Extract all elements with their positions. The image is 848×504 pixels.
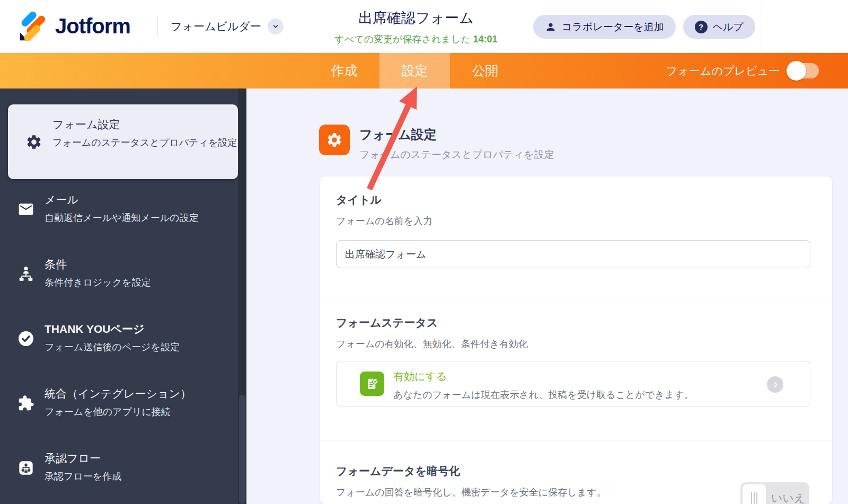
add-collaborator-button[interactable]: コラボレーターを追加: [533, 15, 676, 39]
sidebar-item-subtitle: 承認フローを作成: [45, 470, 230, 484]
encryption-toggle-value: いいえ: [771, 491, 805, 504]
sidebar-item-form-settings[interactable]: フォーム設定 フォームのステータスとプロパティを設定: [8, 104, 238, 179]
sidebar-item-emails[interactable]: メール 自動返信メールや通知メールの設定: [0, 191, 238, 228]
sidebar-item-thank-you[interactable]: THANK YOUページ フォーム送信後のページを設定: [0, 320, 238, 357]
product-label: フォームビルダー: [171, 19, 261, 34]
autosave-status-text: すべての変更が保存されました: [334, 34, 470, 45]
tab-build[interactable]: 作成: [309, 53, 379, 89]
chevron-right-icon[interactable]: [767, 376, 783, 393]
title-section-description: フォームの名前を入力: [336, 215, 811, 227]
builder-tabs: 作成 設定 公開: [309, 53, 520, 89]
header-divider: [157, 16, 158, 37]
puzzle-icon: [17, 395, 34, 412]
add-collaborator-label: コラボレーターを追加: [562, 20, 664, 34]
tab-publish[interactable]: 公開: [450, 53, 520, 89]
settings-sidebar: フォーム設定 フォームのステータスとプロパティを設定 メール 自動返信メールや通…: [0, 89, 246, 504]
help-label: ヘルプ: [713, 20, 744, 34]
form-status-selector[interactable]: 有効にする あなたのフォームは現在表示され、投稿を受け取ることができます。: [336, 361, 810, 406]
form-status-description: フォームの有効化、無効化、条件付き有効化: [336, 338, 811, 350]
page-header: フォーム設定 フォームのステータスとプロパティを設定: [319, 125, 554, 162]
approval-flow-icon: [17, 459, 34, 476]
sidebar-item-conditions[interactable]: 条件 条件付きロジックを設定: [0, 255, 238, 293]
help-button[interactable]: ? ヘルプ: [683, 15, 755, 39]
sidebar-item-title: フォーム設定: [52, 117, 238, 132]
autosave-time: 14:01: [473, 34, 498, 45]
app-header: Jotform フォームビルダー 出席確認フォーム すべての変更が保存されました…: [0, 0, 848, 53]
builder-navbar: 作成 設定 公開 フォームのプレビュー: [0, 53, 848, 89]
sidebar-item-approval-flows[interactable]: 承認フロー 承認フローを作成: [0, 449, 238, 487]
encryption-description: フォームの回答を暗号化し、機密データを安全に保存します。: [336, 486, 811, 499]
settings-content: フォーム設定 フォームのステータスとプロパティを設定 タイトル フォームの名前を…: [246, 89, 848, 504]
form-status-section: フォームステータス フォームの有効化、無効化、条件付き有効化 有効にする あなた: [320, 297, 832, 440]
check-circle-icon: [17, 330, 34, 347]
encryption-heading: フォームデータを暗号化: [336, 464, 811, 479]
page-subtitle: フォームのステータスとプロパティを設定: [359, 148, 554, 162]
sidebar-item-subtitle: 条件付きロジックを設定: [45, 276, 230, 290]
page-title: フォーム設定: [359, 126, 554, 143]
sidebar-scrollbar-track[interactable]: [238, 89, 246, 504]
sidebar-item-subtitle: フォーム送信後のページを設定: [45, 340, 230, 355]
title-section: タイトル フォームの名前を入力: [320, 176, 832, 297]
title-section-heading: タイトル: [336, 192, 811, 207]
sidebar-item-title: 統合（インテグレーション）: [45, 386, 230, 401]
toggle-knob: [787, 61, 806, 81]
toggle-grip-icon: [743, 484, 766, 504]
form-settings-card: タイトル フォームの名前を入力 フォームステータス フォームの有効化、無効化、条…: [320, 176, 832, 504]
mail-icon: [17, 201, 34, 218]
sidebar-item-subtitle: フォームを他のアプリに接続: [45, 405, 230, 420]
sidebar-item-title: THANK YOUページ: [45, 322, 230, 337]
gear-icon: [319, 125, 350, 155]
sidebar-item-integrations[interactable]: 統合（インテグレーション） フォームを他のアプリに接続: [0, 385, 238, 422]
jotform-logo-text: Jotform: [55, 14, 130, 38]
sidebar-item-title: 承認フロー: [45, 451, 230, 466]
jotform-form-builder-screen: Jotform フォームビルダー 出席確認フォーム すべての変更が保存されました…: [0, 0, 848, 504]
form-enabled-icon: [360, 372, 384, 396]
conditions-icon: [17, 266, 34, 282]
form-preview-label: フォームのプレビュー: [666, 64, 780, 78]
question-icon: ?: [695, 21, 708, 33]
sidebar-item-title: メール: [45, 192, 230, 207]
person-icon: [545, 21, 556, 33]
sidebar-item-subtitle: フォームのステータスとプロパティを設定: [52, 136, 238, 151]
sidebar-item-subtitle: 自動返信メールや通知メールの設定: [45, 211, 230, 226]
gear-icon: [25, 134, 42, 151]
jotform-logo-icon: [15, 10, 48, 42]
form-status-heading: フォームステータス: [336, 315, 811, 330]
tab-settings[interactable]: 設定: [379, 53, 450, 89]
form-status-note: あなたのフォームは現在表示され、投稿を受け取ることができます。: [393, 388, 693, 401]
sidebar-scrollbar-thumb[interactable]: [239, 395, 245, 504]
sidebar-item-title: 条件: [45, 257, 230, 272]
jotform-logo[interactable]: Jotform: [15, 10, 130, 42]
encryption-toggle[interactable]: いいえ: [740, 482, 809, 504]
header-right-divider: [762, 3, 762, 50]
form-title-input[interactable]: [336, 240, 810, 268]
form-preview-toggle[interactable]: [788, 63, 819, 78]
form-status-value: 有効にする: [393, 369, 693, 384]
